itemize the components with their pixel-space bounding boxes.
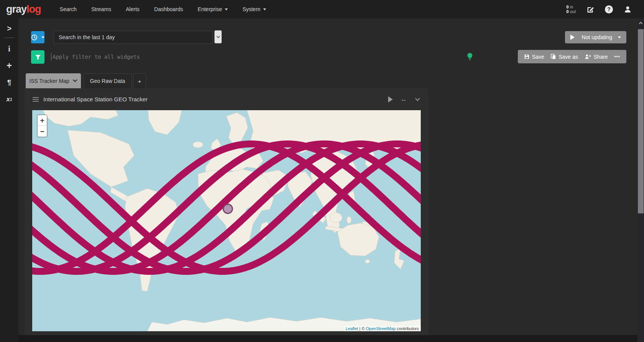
tab-add-button[interactable]: + xyxy=(133,73,146,88)
filter-button[interactable] xyxy=(31,50,44,64)
leaflet-map[interactable]: + − Leaflet | © OpenStreetMap contributo… xyxy=(32,110,421,331)
scroll-up-button[interactable] xyxy=(637,18,644,28)
chevron-down-icon xyxy=(216,36,220,38)
nav-item-dashboards[interactable]: Dashboards xyxy=(147,0,191,18)
timerange-preset-select[interactable] xyxy=(214,30,222,43)
nav-menu: Search Streams Alerts Dashboards Enterpr… xyxy=(53,0,273,18)
pilcrow-icon[interactable]: ¶ xyxy=(0,74,18,91)
widget-header: International Space Station GEO Tracker … xyxy=(25,88,428,110)
timerange-input[interactable] xyxy=(54,31,212,44)
landmass-tasmania xyxy=(365,259,370,263)
chevron-right-icon[interactable]: > xyxy=(0,20,18,37)
save-as-button[interactable]: Save as xyxy=(550,54,578,60)
top-navbar: graylog Search Streams Alerts Dashboards… xyxy=(0,0,644,18)
chevron-down-icon xyxy=(225,8,228,10)
tab-geo-raw-data[interactable]: Geo Raw Data xyxy=(83,73,132,88)
chevron-down-icon xyxy=(72,79,77,83)
help-icon[interactable]: ? xyxy=(605,5,613,13)
widget-filter-input[interactable] xyxy=(53,50,436,63)
save-button[interactable]: Save xyxy=(524,54,544,60)
nav-item-streams[interactable]: Streams xyxy=(84,0,119,18)
refresh-control-button[interactable]: Not updating xyxy=(565,31,626,43)
widget-header-actions: ↔ xyxy=(388,96,420,103)
dashboard-actions-toolbar: Save Save as Share ••• xyxy=(518,50,626,63)
chevron-down-icon[interactable] xyxy=(415,97,420,101)
widget-card: International Space Station GEO Tracker … xyxy=(25,88,428,335)
scrollbar-thumb[interactable] xyxy=(638,29,644,213)
vertical-scrollbar[interactable] xyxy=(637,18,644,342)
landmass-iceland xyxy=(193,142,203,148)
map-attribution: Leaflet | © OpenStreetMap contributors xyxy=(344,326,421,331)
edit-pencil-square-icon[interactable] xyxy=(586,5,595,13)
funnel-icon xyxy=(35,54,41,60)
nav-item-alerts[interactable]: Alerts xyxy=(119,0,147,18)
logo-text-gray: gray xyxy=(6,3,26,15)
user-icon[interactable] xyxy=(623,5,632,13)
graylog-logo[interactable]: graylog xyxy=(6,4,41,15)
refresh-label: Not updating xyxy=(582,34,612,40)
map-zoom-control: + − xyxy=(37,114,48,137)
nav-item-enterprise[interactable]: Enterprise xyxy=(190,0,235,18)
info-icon[interactable]: i xyxy=(0,40,18,57)
sidebar-divider xyxy=(4,38,14,38)
person-plus-icon xyxy=(585,54,591,59)
throughput-indicator[interactable]: 0in 0out xyxy=(567,5,576,14)
widget-title: International Space Station GEO Tracker xyxy=(43,96,148,102)
left-sidebar: > i + ¶ x1 xyxy=(0,18,18,342)
clock-icon xyxy=(31,34,38,41)
openstreetmap-link[interactable]: OpenStreetMap xyxy=(366,326,396,331)
play-icon[interactable] xyxy=(388,96,393,102)
chevron-down-icon xyxy=(41,36,44,38)
iss-position-marker[interactable] xyxy=(223,204,232,213)
resize-horizontal-icon[interactable]: ↔ xyxy=(400,96,407,103)
text-cursor xyxy=(51,53,51,61)
play-icon xyxy=(570,35,575,40)
share-button[interactable]: Share xyxy=(585,54,608,60)
nav-item-search[interactable]: Search xyxy=(53,0,84,18)
x-subscript-icon[interactable]: x1 xyxy=(0,91,18,108)
landmass-borneo xyxy=(330,213,342,223)
leaflet-link[interactable]: Leaflet xyxy=(346,326,358,331)
lightbulb-icon[interactable] xyxy=(466,52,475,62)
zoom-out-button[interactable]: − xyxy=(38,126,47,137)
chevron-up-icon xyxy=(639,21,643,25)
map-canvas xyxy=(32,110,421,331)
nav-item-system[interactable]: System xyxy=(235,0,273,18)
timerange-button[interactable] xyxy=(31,31,44,43)
tab-iss-tracker-map[interactable]: ISS Tracker Map xyxy=(26,73,81,88)
navbar-right-cluster: 0in 0out ? xyxy=(567,5,632,14)
zoom-in-button[interactable]: + xyxy=(38,115,47,126)
chevron-down-icon xyxy=(263,8,266,10)
chevron-down-icon xyxy=(618,36,621,38)
logo-text-log: log xyxy=(26,3,41,15)
dashboard-page: Not updating Save S xyxy=(18,18,637,335)
drag-handle-icon[interactable] xyxy=(33,96,39,103)
copy-icon xyxy=(550,54,556,59)
plus-icon[interactable]: + xyxy=(0,57,18,74)
more-actions-button[interactable]: ••• xyxy=(614,54,620,59)
save-icon xyxy=(524,54,530,59)
landmass-sulawesi xyxy=(347,216,351,223)
